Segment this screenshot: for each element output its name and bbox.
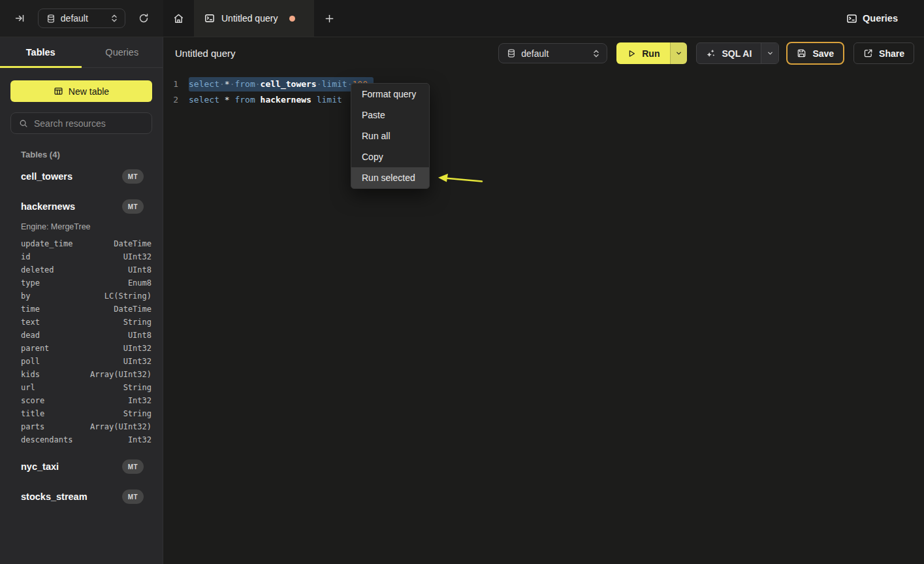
code-text: select·*·from·cell_towers·limit·100·	[189, 79, 373, 89]
new-tab-button[interactable]	[314, 0, 344, 37]
sparkles-icon	[706, 48, 716, 58]
column-type: Enum8	[128, 278, 151, 288]
engine-badge: MT	[122, 199, 144, 214]
sql-token: ·	[317, 79, 322, 89]
column-type: String	[123, 409, 151, 418]
column-name: title	[21, 409, 44, 418]
column-row: scoreInt32	[0, 394, 163, 407]
save-label: Save	[812, 48, 834, 59]
menu-item-format-query[interactable]: Format query	[351, 84, 429, 105]
tab-strip: Untitled query Queries	[163, 0, 924, 37]
column-row: deadUInt8	[0, 329, 163, 342]
hackernews-columns: update_timeDateTimeidUInt32deletedUInt8t…	[0, 237, 163, 446]
new-table-button[interactable]: New table	[10, 80, 152, 102]
column-row: textString	[0, 316, 163, 329]
column-row: urlString	[0, 381, 163, 394]
column-type: DateTime	[114, 239, 151, 248]
column-type: Array(UInt32)	[90, 422, 151, 431]
column-name: descendants	[21, 435, 72, 444]
tab-untitled-query[interactable]: Untitled query	[194, 0, 314, 37]
engine-label: Engine: MergeTree	[21, 222, 163, 231]
column-row: descendantsInt32	[0, 433, 163, 446]
column-row: kidsArray(UInt32)	[0, 368, 163, 381]
column-name: text	[21, 318, 40, 327]
search-input[interactable]	[34, 118, 152, 129]
menu-item-copy[interactable]: Copy	[351, 146, 429, 167]
sql-ai-options-button[interactable]	[761, 43, 778, 63]
home-icon	[173, 13, 184, 24]
sql-token: hackernews	[261, 95, 311, 105]
toolbar-database-value: default	[521, 48, 549, 59]
sidebar-tab-queries-label: Queries	[105, 47, 138, 58]
sql-ai-button[interactable]: SQL AI	[697, 43, 761, 63]
column-type: Array(UInt32)	[90, 370, 151, 379]
play-icon	[627, 49, 636, 58]
menu-item-paste[interactable]: Paste	[351, 105, 429, 125]
sidebar-tab-tables[interactable]: Tables	[0, 37, 82, 67]
run-label: Run	[642, 48, 660, 59]
column-name: deleted	[21, 265, 54, 274]
sql-editor[interactable]: 1select·*·from·cell_towers·limit·100·2se…	[163, 69, 924, 108]
column-name: parts	[21, 422, 44, 431]
column-row: partsArray(UInt32)	[0, 420, 163, 433]
column-type: Int32	[128, 435, 151, 444]
sql-token	[219, 95, 225, 105]
search-icon	[19, 119, 28, 128]
code-line: 1select·*·from·cell_towers·limit·100·	[163, 76, 924, 92]
sql-token: select	[189, 95, 219, 105]
table-row-stocks-stream[interactable]: stocks_stream MT	[0, 489, 163, 505]
sql-token: select	[189, 79, 219, 89]
sidebar-tabs: Tables Queries	[0, 37, 163, 68]
sql-ai-label: SQL AI	[722, 48, 752, 59]
save-button[interactable]: Save	[786, 42, 844, 65]
queries-icon	[846, 13, 857, 24]
topbar-database-selector[interactable]: default	[38, 8, 125, 28]
run-options-button[interactable]	[670, 42, 687, 64]
queries-label: Queries	[863, 13, 898, 24]
unsaved-changes-dot	[289, 16, 295, 22]
sql-token: limit	[322, 79, 347, 89]
sql-token: ·	[219, 79, 225, 89]
chevron-down-icon	[675, 50, 682, 57]
plus-icon	[325, 14, 334, 24]
home-button[interactable]	[163, 0, 194, 37]
column-type: DateTime	[114, 305, 151, 314]
column-name: type	[21, 278, 40, 288]
table-row-hackernews[interactable]: hackernews MT	[0, 199, 163, 214]
run-split-button: Run	[616, 42, 687, 64]
line-number: 1	[163, 76, 178, 92]
database-icon	[46, 14, 56, 24]
column-row: timeDateTime	[0, 303, 163, 316]
collapse-sidebar-button[interactable]	[10, 9, 29, 27]
toolbar-database-selector[interactable]: default	[498, 43, 607, 63]
table-row-cell-towers[interactable]: cell_towers MT	[0, 169, 163, 184]
run-button[interactable]: Run	[616, 42, 670, 64]
sql-token: *	[225, 79, 230, 89]
column-row: pollUInt32	[0, 355, 163, 368]
menu-item-run-all[interactable]: Run all	[351, 125, 429, 146]
sql-token	[255, 95, 261, 105]
share-button[interactable]: Share	[853, 42, 914, 64]
menu-item-run-selected[interactable]: Run selected	[351, 167, 429, 188]
column-name: parent	[21, 344, 49, 353]
collapse-sidebar-icon	[14, 13, 25, 24]
column-row: deletedUInt8	[0, 263, 163, 276]
sql-token: limit	[317, 95, 342, 105]
table-name: nyc_taxi	[21, 461, 59, 472]
refresh-button[interactable]	[135, 9, 153, 27]
column-type: UInt32	[123, 344, 151, 353]
query-toolbar: default Run	[498, 42, 914, 65]
column-type: UInt32	[123, 357, 151, 366]
queries-button[interactable]: Queries	[846, 13, 898, 24]
share-label: Share	[879, 48, 904, 59]
column-type: String	[123, 318, 151, 327]
column-type: Int32	[128, 396, 151, 405]
column-row: parentUInt32	[0, 342, 163, 355]
sidebar-tab-queries[interactable]: Queries	[82, 37, 163, 67]
table-row-nyc-taxi[interactable]: nyc_taxi MT	[0, 459, 163, 474]
column-type: String	[123, 383, 151, 392]
app-window: default Untitl	[0, 0, 924, 564]
column-row: byLC(String)	[0, 290, 163, 303]
column-type: UInt8	[128, 331, 151, 340]
column-name: poll	[21, 357, 40, 366]
